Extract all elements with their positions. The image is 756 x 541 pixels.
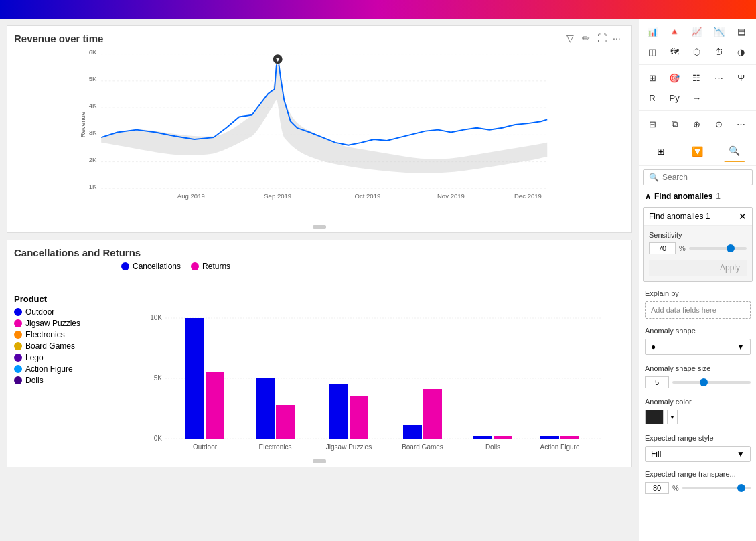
bar-chart-svg: 0K 5K 10K xyxy=(121,277,625,451)
svg-text:Dec 2019: Dec 2019 xyxy=(514,192,542,200)
anomaly-color-row: ▼ xyxy=(645,410,751,424)
product-legend: Product Outdoor Jigsaw Puzzles Electroni… xyxy=(14,294,115,387)
chart-icon-13[interactable]: ☷ xyxy=(687,68,706,87)
top-bar xyxy=(0,0,756,19)
expected-range-transparency-label: Expected range transpare... xyxy=(639,466,756,480)
shape-size-input[interactable] xyxy=(645,376,669,388)
p1: Outdoor xyxy=(25,307,54,317)
p3: Electronics xyxy=(25,330,65,339)
svg-rect-33 xyxy=(403,425,422,439)
svg-text:Revenue: Revenue xyxy=(79,112,86,137)
svg-text:Electronics: Electronics xyxy=(259,443,292,451)
chart-icon-18[interactable]: → xyxy=(687,88,706,107)
apply-button[interactable]: Apply xyxy=(649,260,747,276)
p6: Action Figure xyxy=(25,364,73,374)
expand-icon[interactable]: ⛶ xyxy=(597,33,609,45)
analytics-icon-2[interactable]: 🔽 xyxy=(687,141,708,162)
chart-icon-22[interactable]: ⊙ xyxy=(710,114,729,133)
analytics-row: ⊞ 🔽 🔍 xyxy=(639,137,756,166)
expected-range-style-select[interactable]: Fill ▼ xyxy=(645,446,751,462)
chart-icon-17[interactable]: Py xyxy=(665,88,684,107)
anomaly-shape-label: Anomaly shape xyxy=(639,323,756,337)
add-fields-box[interactable]: Add data fields here xyxy=(645,301,751,319)
anomaly-color-dropdown[interactable]: ▼ xyxy=(667,410,678,424)
legend-returns: Returns xyxy=(191,262,230,271)
resize-handle-bottom[interactable] xyxy=(313,225,326,229)
fa-card-header: Find anomalies 1 ✕ xyxy=(644,208,752,226)
find-anomalies-card: Find anomalies 1 ✕ Sensitivity % Apply xyxy=(643,207,753,282)
chart-icon-23[interactable]: ⋯ xyxy=(732,114,751,133)
shape-size-thumb[interactable] xyxy=(700,378,708,386)
chart-icon-6[interactable]: ◫ xyxy=(643,42,662,61)
cancellations-dot xyxy=(121,262,129,270)
returns-label: Returns xyxy=(202,262,230,271)
more-icon[interactable]: ··· xyxy=(613,33,625,45)
sensitivity-thumb[interactable] xyxy=(727,244,735,252)
chart-icon-15[interactable]: Ψ xyxy=(732,68,751,87)
chart-icon-1[interactable]: 📊 xyxy=(643,22,662,41)
transparency-slider[interactable] xyxy=(682,487,751,489)
collapse-icon[interactable]: ∧ xyxy=(645,191,651,201)
product-legend-title: Product xyxy=(14,294,115,304)
chart-icon-4[interactable]: 📉 xyxy=(710,22,729,41)
search-input[interactable] xyxy=(662,173,747,182)
chart-icon-3[interactable]: 📈 xyxy=(687,22,706,41)
revenue-line-chart-svg: 1K 2K 3K 4K 5K 6K Revenue xyxy=(14,48,625,202)
chart-toolbar: ▽ ✏ ⛶ ··· xyxy=(566,33,625,45)
svg-text:4K: 4K xyxy=(89,102,97,109)
chart-icon-10[interactable]: ◑ xyxy=(732,42,751,61)
svg-text:0K: 0K xyxy=(154,435,163,442)
anomaly-shape-select[interactable]: ● ▼ xyxy=(645,339,751,355)
anomaly-shape-size-label: Anomaly shape size xyxy=(639,360,756,374)
icon-grid-2: ⊞ 🎯 ☷ ⋯ Ψ R Py → xyxy=(639,65,756,111)
anomaly-color-swatch[interactable] xyxy=(645,410,664,424)
p4: Board Games xyxy=(25,341,75,351)
chart-icon-19[interactable]: ⊟ xyxy=(643,114,662,133)
search-box[interactable]: 🔍 xyxy=(643,169,753,185)
revenue-chart-title: Revenue over time xyxy=(14,33,625,44)
chart-icon-16[interactable]: R xyxy=(643,88,662,107)
resize-handle-bottom-bar[interactable] xyxy=(313,459,326,463)
find-anomalies-count: 1 xyxy=(716,191,721,201)
expected-range-style-value: Fill xyxy=(651,449,661,459)
chart-icon-5[interactable]: ▤ xyxy=(732,22,751,41)
svg-rect-38 xyxy=(560,436,579,439)
transparency-thumb[interactable] xyxy=(737,484,745,492)
transparency-input[interactable] xyxy=(645,482,669,494)
svg-rect-30 xyxy=(276,405,295,439)
chart-icon-21[interactable]: ⊕ xyxy=(687,114,706,133)
svg-text:Action Figure: Action Figure xyxy=(540,443,580,451)
sensitivity-slider[interactable] xyxy=(689,247,747,250)
chart-icon-7[interactable]: 🗺 xyxy=(665,42,684,61)
svg-rect-36 xyxy=(494,436,512,439)
icon-grid-1: 📊 🔺 📈 📉 ▤ ◫ 🗺 ⬡ ⏱ ◑ xyxy=(639,19,756,65)
anomaly-shape-chevron: ▼ xyxy=(737,342,745,352)
sensitivity-input[interactable] xyxy=(649,242,676,254)
chart-icon-11[interactable]: ⊞ xyxy=(643,68,662,87)
chart-icon-2[interactable]: 🔺 xyxy=(665,22,684,41)
expected-range-style-label: Expected range style xyxy=(639,430,756,444)
chart-icon-20[interactable]: ⧉ xyxy=(665,114,684,133)
chart-icon-8[interactable]: ⬡ xyxy=(687,42,706,61)
shape-size-slider[interactable] xyxy=(672,381,751,384)
anomaly-shape-value: ● xyxy=(651,342,656,352)
sensitivity-unit: % xyxy=(679,244,686,252)
legend-cancellations: Cancellations xyxy=(121,262,181,271)
chart-icon-14[interactable]: ⋯ xyxy=(710,68,729,87)
analytics-icon-3[interactable]: 🔍 xyxy=(724,141,745,162)
analytics-icon-1[interactable]: ⊞ xyxy=(650,141,672,162)
returns-dot xyxy=(191,262,199,270)
fa-close-icon[interactable]: ✕ xyxy=(739,211,747,222)
filter-icon[interactable]: ▽ xyxy=(566,33,579,45)
find-anomalies-title: Find anomalies xyxy=(654,191,712,201)
svg-rect-27 xyxy=(185,318,204,439)
svg-text:Board Games: Board Games xyxy=(402,443,443,451)
shape-size-row xyxy=(639,376,756,394)
svg-rect-34 xyxy=(423,389,442,439)
svg-text:2K: 2K xyxy=(89,156,97,163)
sensitivity-row: % xyxy=(649,242,747,254)
svg-text:6K: 6K xyxy=(89,48,97,56)
chart-icon-9[interactable]: ⏱ xyxy=(710,42,729,61)
edit-icon[interactable]: ✏ xyxy=(582,33,594,45)
chart-icon-12[interactable]: 🎯 xyxy=(665,68,684,87)
